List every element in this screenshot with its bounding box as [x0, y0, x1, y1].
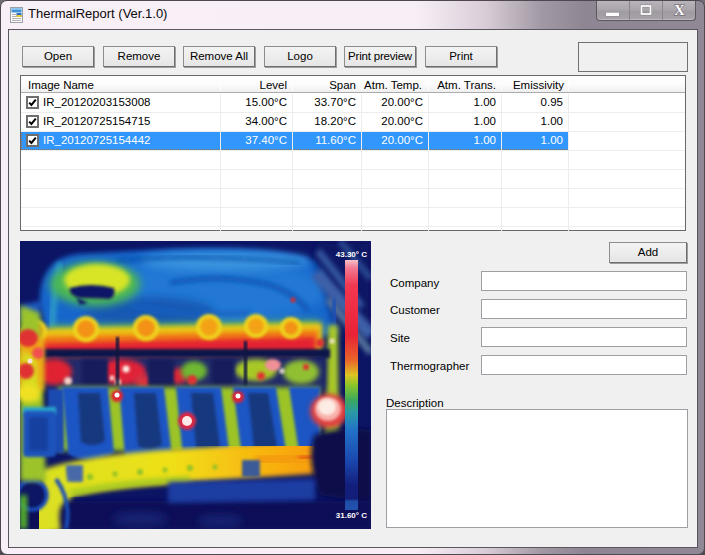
svg-text:43.30° C: 43.30° C [336, 250, 367, 259]
svg-text:31.60° C: 31.60° C [336, 511, 367, 520]
svg-text:X: X [674, 2, 685, 18]
